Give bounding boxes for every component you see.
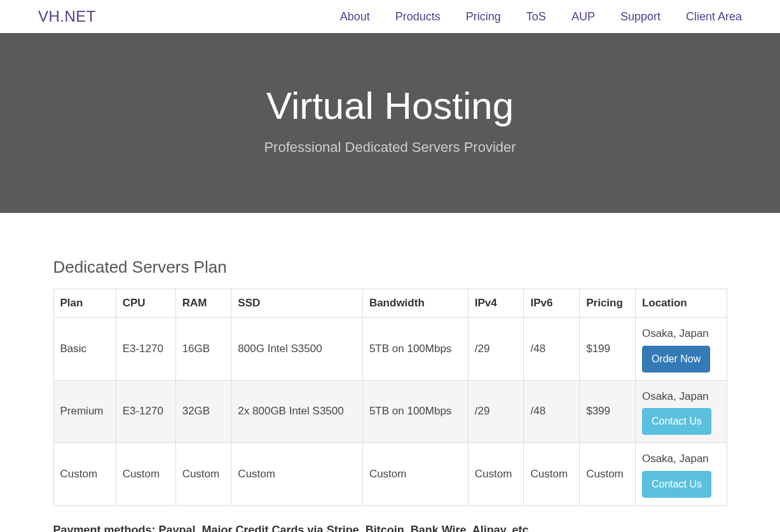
nav-aup[interactable]: AUP	[571, 10, 595, 24]
cell-bandwidth: 5TB on 100Mbps	[362, 380, 468, 443]
th-ssd: SSD	[231, 289, 363, 318]
hero-title: Virtual Hosting	[13, 84, 767, 128]
nav-tos[interactable]: ToS	[526, 10, 546, 24]
location-text: Osaka, Japan	[642, 327, 709, 339]
nav-client-area[interactable]: Client Area	[686, 10, 742, 24]
cell-location: Osaka, Japan Contact Us	[635, 443, 727, 506]
table-row: Custom Custom Custom Custom Custom Custo…	[53, 443, 727, 506]
nav-about[interactable]: About	[340, 10, 370, 24]
hero-subtitle: Professional Dedicated Servers Provider	[13, 139, 767, 156]
cell-pricing: $399	[580, 380, 636, 443]
cell-bandwidth: 5TB on 100Mbps	[362, 318, 468, 381]
cell-ipv4: Custom	[468, 443, 524, 506]
cell-pricing: Custom	[580, 443, 636, 506]
location-text: Osaka, Japan	[642, 453, 709, 465]
th-cpu: CPU	[116, 289, 175, 318]
main-container: Dedicated Servers Plan Plan CPU RAM SSD …	[41, 213, 740, 532]
cell-ram: Custom	[175, 443, 231, 506]
contact-us-button[interactable]: Contact Us	[642, 471, 711, 498]
cell-ipv4: /29	[468, 380, 524, 443]
cell-cpu: E3-1270	[116, 380, 175, 443]
nav-support[interactable]: Support	[620, 10, 660, 24]
cell-ssd: 800G Intel S3500	[231, 318, 363, 381]
table-row: Basic E3-1270 16GB 800G Intel S3500 5TB …	[53, 318, 727, 381]
nav-links: About Products Pricing ToS AUP Support C…	[340, 10, 742, 24]
plans-table: Plan CPU RAM SSD Bandwidth IPv4 IPv6 Pri…	[53, 289, 727, 506]
order-now-button[interactable]: Order Now	[642, 346, 710, 372]
cell-bandwidth: Custom	[362, 443, 468, 506]
cell-location: Osaka, Japan Contact Us	[635, 380, 727, 443]
cell-plan: Basic	[53, 318, 116, 381]
cell-ipv6: Custom	[524, 443, 580, 506]
nav-pricing[interactable]: Pricing	[466, 10, 501, 24]
cell-cpu: E3-1270	[116, 318, 175, 381]
payment-methods: Payment methods: Paypal, Major Credit Ca…	[53, 524, 727, 533]
cell-location: Osaka, Japan Order Now	[635, 318, 727, 381]
navbar: VH.NET About Products Pricing ToS AUP Su…	[0, 0, 780, 33]
cell-ipv6: /48	[524, 318, 580, 381]
cell-ram: 32GB	[175, 380, 231, 443]
cell-ram: 16GB	[175, 318, 231, 381]
th-bandwidth: Bandwidth	[362, 289, 468, 318]
cell-ssd: 2x 800GB Intel S3500	[231, 380, 363, 443]
cell-pricing: $199	[580, 318, 636, 381]
plans-title: Dedicated Servers Plan	[53, 257, 727, 277]
brand-logo[interactable]: VH.NET	[38, 8, 96, 25]
contact-us-button[interactable]: Contact Us	[642, 408, 711, 435]
th-ipv4: IPv4	[468, 289, 524, 318]
hero: Virtual Hosting Professional Dedicated S…	[0, 33, 780, 213]
cell-ssd: Custom	[231, 443, 363, 506]
table-header-row: Plan CPU RAM SSD Bandwidth IPv4 IPv6 Pri…	[53, 289, 727, 318]
th-ipv6: IPv6	[524, 289, 580, 318]
cell-ipv6: /48	[524, 380, 580, 443]
location-text: Osaka, Japan	[642, 390, 709, 402]
table-row: Premium E3-1270 32GB 2x 800GB Intel S350…	[53, 380, 727, 443]
cell-plan: Custom	[53, 443, 116, 506]
cell-ipv4: /29	[468, 318, 524, 381]
th-ram: RAM	[175, 289, 231, 318]
nav-products[interactable]: Products	[395, 10, 441, 24]
th-pricing: Pricing	[580, 289, 636, 318]
cell-cpu: Custom	[116, 443, 175, 506]
cell-plan: Premium	[53, 380, 116, 443]
th-plan: Plan	[53, 289, 116, 318]
th-location: Location	[635, 289, 727, 318]
